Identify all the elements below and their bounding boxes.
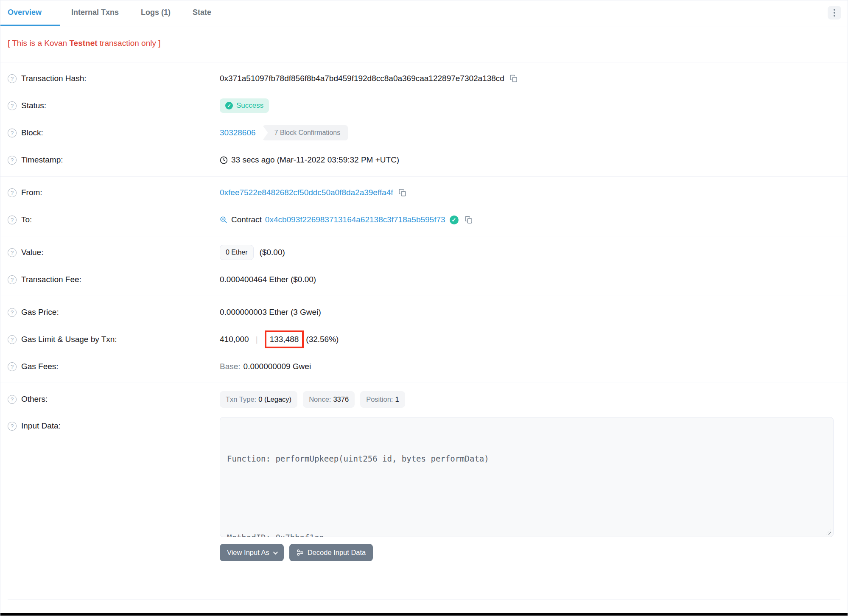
gas-fees-base-value: 0.000000009 Gwei	[243, 362, 311, 371]
gas-fees-base-label: Base:	[220, 362, 241, 371]
decode-icon	[297, 549, 304, 556]
divider	[0, 62, 848, 62]
success-check-icon: ✓	[225, 102, 233, 109]
badge-key: Txn Type:	[226, 395, 256, 403]
kebab-menu-button[interactable]	[828, 6, 841, 20]
bottom-bar	[0, 613, 848, 616]
zoom-in-icon[interactable]	[220, 216, 227, 224]
row-gas-limit-usage: ? Gas Limit & Usage by Txn: 410,000 | 13…	[0, 326, 848, 353]
copy-icon[interactable]	[509, 74, 518, 83]
block-confirmations-badge: 7 Block Confirmations	[263, 125, 348, 140]
input-methodid-line: MethodID: 0x7bbaf1ea	[227, 531, 826, 537]
notice-prefix: [ This is a Kovan	[8, 39, 69, 48]
row-input-data: ? Input Data: Function: performUpkeep(ui…	[0, 413, 848, 537]
notice-bold: Testnet	[69, 39, 97, 48]
notice-suffix: transaction only ]	[98, 39, 161, 48]
gas-limit-value: 410,000	[220, 335, 249, 344]
tab-internal-txns[interactable]: Internal Txns	[60, 0, 130, 26]
help-icon[interactable]: ?	[8, 362, 17, 371]
gas-used-percent: (32.56%)	[306, 335, 339, 344]
row-from: ? From: 0xfee7522e8482682cf50ddc50a0f8da…	[0, 179, 848, 206]
gas-separator: |	[256, 335, 258, 344]
row-label: Transaction Hash:	[21, 74, 86, 83]
tab-logs[interactable]: Logs (1)	[130, 0, 182, 26]
divider	[0, 296, 848, 296]
value-amount-badge: 0 Ether	[220, 245, 254, 260]
help-icon[interactable]: ?	[8, 74, 17, 83]
row-transaction-hash: ? Transaction Hash: 0x371a51097fb78df856…	[0, 65, 848, 92]
clock-icon	[220, 156, 228, 164]
badge-key: Position:	[366, 395, 393, 403]
help-icon[interactable]: ?	[8, 216, 17, 224]
badge-value: 0 (Legacy)	[258, 395, 291, 403]
badge-key: Nonce:	[309, 395, 331, 403]
row-gas-price: ? Gas Price: 0.000000003 Ether (3 Gwei)	[0, 299, 848, 326]
tab-bar: Overview Internal Txns Logs (1) State	[0, 0, 848, 26]
gas-used-value: 133,488	[270, 335, 299, 344]
copy-icon[interactable]	[465, 216, 473, 224]
testnet-notice: [ This is a Kovan Testnet transaction on…	[0, 26, 848, 59]
row-value: ? Value: 0 Ether ($0.00)	[0, 239, 848, 266]
row-label: Gas Price:	[21, 308, 59, 317]
row-label: Timestamp:	[21, 155, 63, 165]
help-icon[interactable]: ?	[8, 129, 17, 137]
chevron-down-icon	[273, 549, 277, 554]
row-others: ? Others: Txn Type:0 (Legacy) Nonce:3376…	[0, 386, 848, 413]
help-icon[interactable]: ?	[8, 395, 17, 404]
help-icon[interactable]: ?	[8, 422, 17, 431]
help-icon[interactable]: ?	[8, 188, 17, 197]
row-block: ? Block: 30328606 7 Block Confirmations	[0, 119, 848, 146]
tab-state[interactable]: State	[182, 0, 222, 26]
gas-price-value: 0.000000003 Ether (3 Gwei)	[220, 308, 321, 317]
help-icon[interactable]: ?	[8, 335, 17, 344]
badge-value: 3376	[333, 395, 349, 403]
from-address-link[interactable]: 0xfee7522e8482682cf50ddc50a0f8da2a39effa…	[220, 188, 393, 197]
resize-handle[interactable]	[826, 529, 831, 535]
row-gas-fees: ? Gas Fees: Base: 0.000000009 Gwei	[0, 353, 848, 380]
row-label: Block:	[21, 128, 43, 137]
help-icon[interactable]: ?	[8, 156, 17, 165]
button-label: Decode Input Data	[308, 549, 366, 557]
tab-overview[interactable]: Overview	[0, 0, 60, 26]
decode-input-data-button[interactable]: Decode Input Data	[289, 544, 373, 561]
row-to: ? To: Contract 0x4cb093f226983713164a621…	[0, 206, 848, 233]
transaction-detail-page: Overview Internal Txns Logs (1) State [ …	[0, 0, 848, 616]
row-label: Transaction Fee:	[21, 275, 81, 284]
copy-icon[interactable]	[398, 188, 407, 197]
input-data-textarea[interactable]: Function: performUpkeep(uint256 id, byte…	[220, 417, 834, 537]
row-label: From:	[21, 188, 42, 197]
help-icon[interactable]: ?	[8, 101, 17, 110]
transaction-fee-value: 0.000400464 Ether ($0.00)	[220, 275, 316, 284]
row-transaction-fee: ? Transaction Fee: 0.000400464 Ether ($0…	[0, 266, 848, 293]
position-badge: Position:1	[360, 391, 405, 408]
divider	[8, 599, 840, 599]
button-label: View Input As	[227, 549, 269, 557]
row-label: Value:	[21, 248, 43, 257]
txn-type-badge: Txn Type:0 (Legacy)	[220, 391, 297, 408]
status-text: Success	[236, 101, 263, 110]
nonce-badge: Nonce:3376	[303, 391, 355, 408]
block-number-link[interactable]: 30328606	[220, 128, 256, 137]
divider	[0, 176, 848, 176]
transaction-hash-value: 0x371a51097fb78df856f8b4a7bd459f192d8cc8…	[220, 74, 504, 83]
view-input-as-button[interactable]: View Input As	[220, 544, 284, 561]
to-type-label: Contract	[231, 215, 262, 224]
help-icon[interactable]: ?	[8, 308, 17, 317]
timestamp-value: 33 secs ago (Mar-11-2022 03:59:32 PM +UT…	[231, 155, 399, 165]
row-label: Others:	[21, 395, 48, 404]
status-badge: ✓ Success	[220, 98, 269, 113]
help-icon[interactable]: ?	[8, 275, 17, 284]
badge-value: 1	[395, 395, 399, 403]
row-label: To:	[21, 215, 32, 224]
help-icon[interactable]: ?	[8, 248, 17, 257]
verified-contract-icon: ✓	[450, 216, 459, 224]
input-data-actions: View Input As Decode Input Data	[220, 544, 848, 561]
divider	[0, 383, 848, 383]
row-timestamp: ? Timestamp: 33 secs ago (Mar-11-2022 03…	[0, 146, 848, 174]
to-address-link[interactable]: 0x4cb093f226983713164a62138c3f718a5b595f…	[265, 215, 445, 224]
row-label: Gas Limit & Usage by Txn:	[21, 335, 117, 344]
row-status: ? Status: ✓ Success	[0, 92, 848, 119]
row-label: Input Data:	[21, 421, 61, 431]
row-label: Status:	[21, 101, 46, 110]
divider	[0, 236, 848, 236]
